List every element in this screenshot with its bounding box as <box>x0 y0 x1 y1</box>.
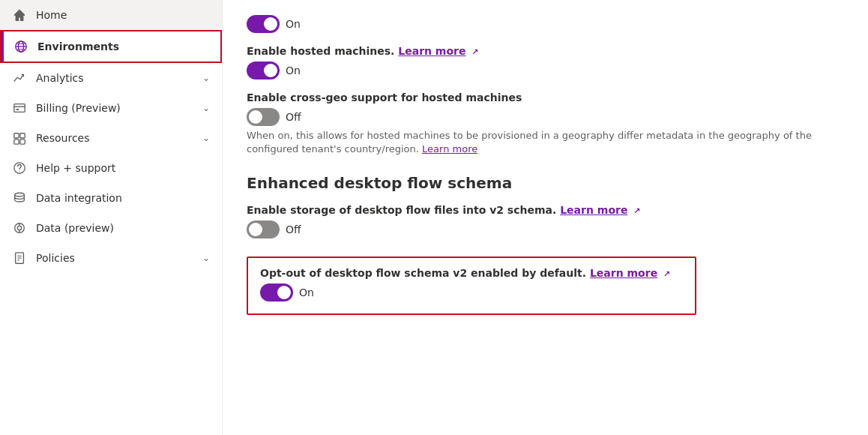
toggle-hosted-machines[interactable] <box>247 62 280 80</box>
opt-out-box: Opt-out of desktop flow schema v2 enable… <box>247 256 696 315</box>
toggle-storage-schema[interactable] <box>247 220 280 238</box>
toggle-label-storage: Off <box>286 224 301 236</box>
svg-point-16 <box>17 226 21 230</box>
svg-rect-5 <box>14 104 25 112</box>
sidebar-item-analytics[interactable]: Analytics ⌄ <box>0 63 222 93</box>
svg-point-14 <box>15 193 25 196</box>
cross-geo-label-text: Enable cross-geo support for hosted mach… <box>247 92 844 104</box>
toggle-thumb-opt-out <box>277 286 291 299</box>
toggle-row-first: On <box>247 15 844 33</box>
sidebar-label-data-integration: Data integration <box>36 192 210 204</box>
chevron-down-icon: ⌄ <box>202 103 210 113</box>
storage-schema-label: Enable storage of desktop flow files int… <box>247 204 844 216</box>
sidebar-item-help[interactable]: Help + support <box>0 153 222 183</box>
external-link-icon-2: ↗ <box>633 206 640 216</box>
toggle-cross-geo[interactable] <box>247 108 280 126</box>
cross-geo-row: Enable cross-geo support for hosted mach… <box>247 92 844 156</box>
opt-out-learn-more[interactable]: Learn more <box>590 267 657 279</box>
svg-rect-8 <box>14 134 19 138</box>
chart-icon <box>12 70 27 86</box>
data-integration-icon <box>12 190 27 206</box>
hosted-machines-label-text: Enable hosted machines. <box>247 45 394 57</box>
sidebar-item-policies[interactable]: Policies ⌄ <box>0 243 222 273</box>
sidebar-label-analytics: Analytics <box>36 72 193 84</box>
toggle-row-hosted: On <box>247 62 844 80</box>
policies-icon <box>12 250 27 266</box>
resources-icon <box>12 130 27 146</box>
opt-out-label-text: Opt-out of desktop flow schema v2 enable… <box>260 267 586 279</box>
section-heading-desktop-flow: Enhanced desktop flow schema <box>247 174 844 192</box>
sidebar-label-policies: Policies <box>36 252 193 264</box>
toggle-row-storage: Off <box>247 220 844 238</box>
sidebar-label-help: Help + support <box>36 162 210 174</box>
main-content: On Enable hosted machines. Learn more ↗ … <box>223 0 868 435</box>
sidebar-item-data-preview[interactable]: Data (preview) <box>0 213 222 243</box>
opt-out-label: Opt-out of desktop flow schema v2 enable… <box>260 267 683 279</box>
svg-rect-7 <box>16 109 19 110</box>
data-preview-icon <box>12 220 27 236</box>
hosted-machines-learn-more[interactable]: Learn more <box>398 45 465 57</box>
cross-geo-desc: When on, this allows for hosted machines… <box>247 129 844 156</box>
toggle-label-cross-geo: Off <box>286 111 301 123</box>
toggle-thumb-first <box>264 17 277 31</box>
toggle-first[interactable] <box>247 15 280 33</box>
external-link-icon: ↗ <box>471 47 478 57</box>
svg-rect-11 <box>20 140 25 144</box>
svg-rect-9 <box>20 134 25 138</box>
sidebar-label-home: Home <box>36 9 210 21</box>
home-icon <box>12 8 27 22</box>
toggle-thumb-hosted <box>264 64 277 77</box>
cross-geo-desc-text: When on, this allows for hosted machines… <box>247 130 812 154</box>
first-toggle-row: On <box>247 15 844 33</box>
toggle-opt-out[interactable] <box>260 284 293 302</box>
billing-icon <box>12 100 27 116</box>
chevron-down-icon: ⌄ <box>202 253 210 263</box>
hosted-machines-label: Enable hosted machines. Learn more ↗ <box>247 45 844 57</box>
sidebar-label-billing: Billing (Preview) <box>36 102 193 114</box>
sidebar-label-resources: Resources <box>36 132 193 144</box>
storage-schema-label-text: Enable storage of desktop flow files int… <box>247 204 556 216</box>
cross-geo-learn-more[interactable]: Learn more <box>422 143 477 154</box>
toggle-label-hosted: On <box>286 64 301 76</box>
sidebar-item-environments[interactable]: Environments <box>0 30 222 63</box>
svg-point-13 <box>19 170 19 171</box>
sidebar-label-data-preview: Data (preview) <box>36 222 210 234</box>
sidebar-label-environments: Environments <box>37 40 208 52</box>
toggle-label-opt-out: On <box>299 286 314 298</box>
chevron-down-icon: ⌄ <box>202 133 210 143</box>
sidebar-item-data-integration[interactable]: Data integration <box>0 183 222 213</box>
globe-icon <box>13 39 28 54</box>
sidebar-item-resources[interactable]: Resources ⌄ <box>0 123 222 153</box>
toggle-label-first: On <box>286 18 301 30</box>
sidebar-item-home[interactable]: Home <box>0 0 222 30</box>
storage-schema-row: Enable storage of desktop flow files int… <box>247 204 844 238</box>
sidebar-item-billing[interactable]: Billing (Preview) ⌄ <box>0 93 222 123</box>
toggle-row-cross-geo: Off <box>247 108 844 126</box>
hosted-machines-row: Enable hosted machines. Learn more ↗ On <box>247 45 844 80</box>
svg-rect-10 <box>14 140 19 144</box>
help-icon <box>12 160 27 176</box>
storage-schema-learn-more[interactable]: Learn more <box>560 204 627 216</box>
chevron-down-icon: ⌄ <box>202 73 210 83</box>
toggle-thumb-cross-geo <box>249 110 262 124</box>
toggle-row-opt-out: On <box>260 284 683 302</box>
toggle-thumb-storage <box>249 223 262 236</box>
sidebar: Home Environments Analytics ⌄ <box>0 0 223 435</box>
external-link-icon-3: ↗ <box>663 269 670 279</box>
